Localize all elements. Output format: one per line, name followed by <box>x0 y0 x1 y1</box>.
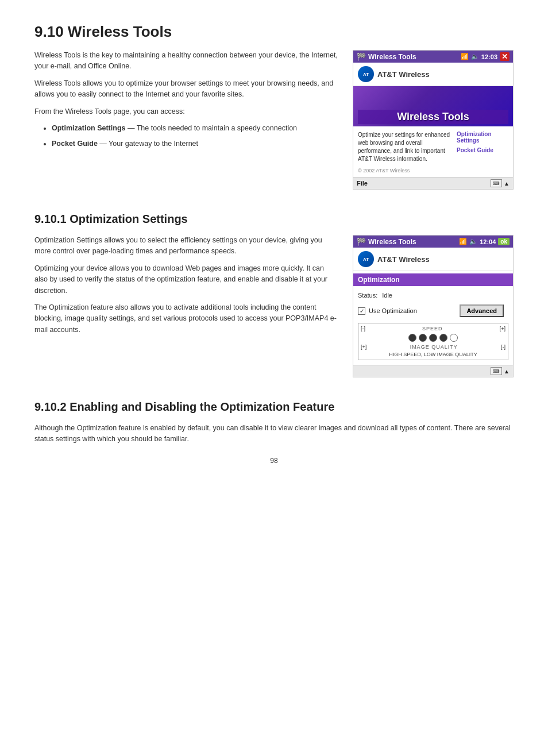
ok-badge[interactable]: ok <box>498 238 510 245</box>
bullet2-bold: Pocket Guide <box>52 140 98 148</box>
speed-label: SPEED <box>365 326 500 331</box>
section2-content: Optimization Settings allows you to sele… <box>34 235 514 377</box>
section1-para1: Wireless Tools is the key to maintaining… <box>34 50 339 72</box>
speaker-icon-2: 🔈 <box>469 238 477 245</box>
status-label: Status: <box>358 292 377 299</box>
optimization-checkbox-row: ✓ Use Optimization Advanced <box>353 302 513 319</box>
section1-text: Wireless Tools is the key to maintaining… <box>34 50 339 190</box>
section2-para1: Optimization Settings allows you to sele… <box>34 235 339 257</box>
ds1-att-text: AT&T Wireless <box>377 70 430 79</box>
att-logo-icon-2: AT <box>358 251 374 267</box>
ds2-arrow-up[interactable]: ▲ <box>504 368 510 375</box>
ds1-toolbar: File ⌨ ▲ <box>353 177 513 189</box>
ds1-titlebar-right: 📶 🔈 12:03 ✕ <box>461 52 510 61</box>
ds1-links: Optimization Settings Pocket Guide <box>457 131 508 163</box>
ds2-att-text: AT&T Wireless <box>377 255 430 264</box>
ds2-titlebar-right: 📶 🔈 12:04 ok <box>459 238 510 245</box>
section2-header: 9.10.1 Optimization Settings <box>34 213 514 226</box>
ds1-app-name: Wireless Tools <box>368 53 416 61</box>
close-icon[interactable]: ✕ <box>500 52 510 61</box>
keyboard-icon-2[interactable]: ⌨ <box>491 367 502 375</box>
status-value: Idle <box>382 292 392 299</box>
page-number: 98 <box>34 457 514 465</box>
section1-content: Wireless Tools is the key to maintaining… <box>34 50 514 190</box>
dot-4 <box>439 334 447 342</box>
quality-plus[interactable]: [+] <box>361 344 366 350</box>
quality-row: [+] IMAGE QUALITY [-] <box>361 344 505 350</box>
section1-para3: From the Wireless Tools page, you can ac… <box>34 106 339 117</box>
bullet2: Pocket Guide — Your gateway to the Inter… <box>52 138 339 149</box>
signal-icon-2: 📶 <box>459 238 467 245</box>
section1-title: 9.10 Wireless Tools <box>34 23 514 41</box>
speed-quality-section: [-] SPEED [+] [+] IMAGE QUALITY [-] HIGH… <box>358 323 508 360</box>
bullet1-rest: — The tools needed to maintain a speedy … <box>125 124 297 132</box>
ds2-titlebar-left: 🏁 Wireless Tools <box>357 237 416 246</box>
section1-para2: Wireless Tools allows you to optimize yo… <box>34 78 339 101</box>
device-screenshot-1: 🏁 Wireless Tools 📶 🔈 12:03 ✕ AT AT&T Wir… <box>353 50 514 190</box>
optimization-bar: Optimization <box>353 273 513 286</box>
use-optimization-checkbox[interactable]: ✓ <box>358 307 365 315</box>
advanced-button[interactable]: Advanced <box>460 304 504 317</box>
device-screenshot-2: 🏁 Wireless Tools 📶 🔈 12:04 ok AT AT&T Wi… <box>353 235 514 377</box>
status-row: Status: Idle <box>353 288 513 302</box>
ds1-hero: Wireless Tools <box>353 86 513 126</box>
windows-flag-icon-2: 🏁 <box>357 237 366 246</box>
keyboard-icon[interactable]: ⌨ <box>491 179 502 187</box>
dot-5 <box>450 334 458 342</box>
ds1-content: Optimize your settings for enhanced web … <box>353 126 513 168</box>
ds2-att-bar: AT AT&T Wireless <box>353 248 513 271</box>
ds1-copyright: © 2002 AT&T Wireless <box>353 168 513 177</box>
ds1-att-bar: AT AT&T Wireless <box>353 63 513 86</box>
ds2-app-name: Wireless Tools <box>368 238 416 246</box>
bullet1-bold: Optimization Settings <box>52 124 125 132</box>
section3-text: Although the Optimization feature is ena… <box>34 423 514 445</box>
ds2-time: 12:04 <box>480 238 496 245</box>
section2-title: 9.10.1 Optimization Settings <box>34 213 514 226</box>
ds1-time: 12:03 <box>481 53 497 60</box>
section2-para2: Optimizing your device allows you to dow… <box>34 263 339 296</box>
quality-label: IMAGE QUALITY <box>366 344 501 350</box>
ds1-hero-title: Wireless Tools <box>358 110 508 124</box>
speed-plus[interactable]: [+] <box>500 326 505 331</box>
ds1-file-menu[interactable]: File <box>357 180 368 187</box>
section2-text: Optimization Settings allows you to sele… <box>34 235 339 377</box>
windows-flag-icon: 🏁 <box>357 52 366 61</box>
bullet1: Optimization Settings — The tools needed… <box>52 123 339 134</box>
att-logo-icon: AT <box>358 66 374 82</box>
section3-header: 9.10.2 Enabling and Disabling the Optimi… <box>34 400 514 414</box>
section3-title: 9.10.2 Enabling and Disabling the Optimi… <box>34 400 514 414</box>
speed-row: [-] SPEED [+] <box>361 326 505 331</box>
optimization-label: Optimization <box>358 276 400 284</box>
quality-minus[interactable]: [-] <box>501 344 505 350</box>
quality-note: HIGH SPEED, LOW IMAGE QUALITY <box>361 352 505 357</box>
bullet2-rest: — Your gateway to the Internet <box>98 140 198 148</box>
ds1-link-optimization[interactable]: Optimization Settings <box>457 131 508 144</box>
ds1-arrow-up[interactable]: ▲ <box>504 180 510 187</box>
dot-1 <box>408 334 416 342</box>
dot-3 <box>429 334 437 342</box>
dot-2 <box>419 334 427 342</box>
section3-para: Although the Optimization feature is ena… <box>34 423 514 445</box>
section1-bullets: Optimization Settings — The tools needed… <box>34 123 339 150</box>
section1-header: 9.10 Wireless Tools <box>34 23 514 41</box>
ds1-link-pocket[interactable]: Pocket Guide <box>457 147 508 153</box>
ds1-description: Optimize your settings for enhanced web … <box>358 131 452 163</box>
ds1-titlebar: 🏁 Wireless Tools 📶 🔈 12:03 ✕ <box>353 51 513 63</box>
section2-para3: The Optimization feature also allows you… <box>34 302 339 335</box>
use-optimization-label: Use Optimization <box>369 307 417 314</box>
signal-icon: 📶 <box>461 53 469 60</box>
speaker-icon: 🔈 <box>471 53 479 60</box>
ds2-toolbar: ⌨ ▲ <box>353 365 513 377</box>
speed-dots-row <box>361 334 505 342</box>
speed-minus[interactable]: [-] <box>361 326 365 331</box>
ds1-titlebar-left: 🏁 Wireless Tools <box>357 52 416 61</box>
ds2-titlebar: 🏁 Wireless Tools 📶 🔈 12:04 ok <box>353 236 513 248</box>
